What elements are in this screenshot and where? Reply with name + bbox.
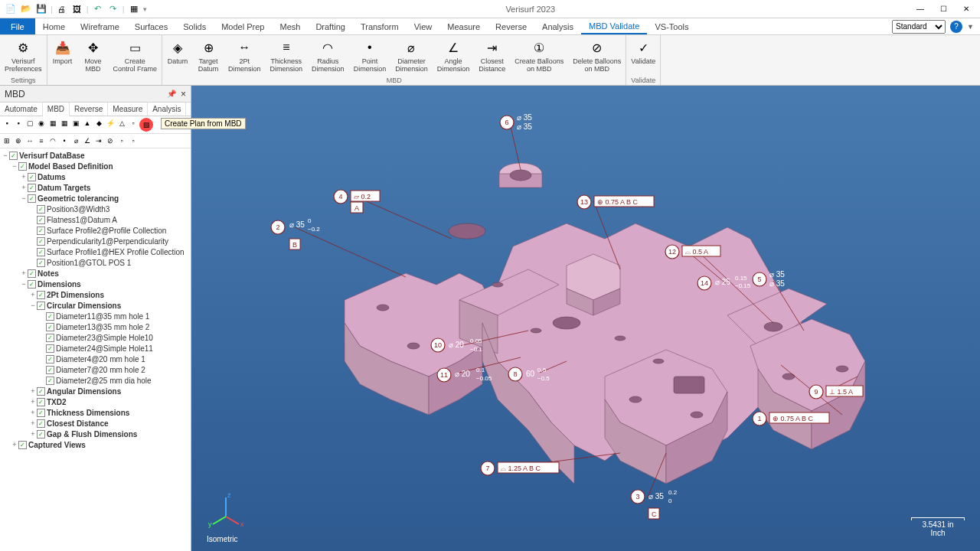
tree-node[interactable]: ✓Position3@Width3 — [2, 204, 189, 214]
ribbon-btn-angle-dimension[interactable]: ∠AngleDimension — [433, 35, 475, 76]
pin-icon[interactable]: 📌 — [167, 90, 176, 98]
ribbon-tab-transform[interactable]: Transform — [353, 18, 407, 34]
tree-node[interactable]: ✓Diameter2@25 mm dia hole — [2, 375, 189, 386]
ribbon-tab-drafting[interactable]: Drafting — [308, 18, 353, 34]
tree-node[interactable]: −✓Model Based Definition — [2, 161, 189, 171]
tool-icon[interactable]: ⌀ — [70, 135, 81, 146]
tree-node[interactable]: +✓Thickness Dimensions — [2, 407, 189, 418]
tree-node[interactable]: ✓Diameter13@35 mm hole 2 — [2, 321, 189, 332]
redo-icon[interactable]: ↷ — [107, 3, 119, 15]
tree-checkbox[interactable]: ✓ — [37, 398, 45, 406]
ribbon-tab-analysis[interactable]: Analysis — [534, 18, 581, 34]
tree-toggle-icon[interactable]: − — [11, 162, 18, 170]
tree-toggle-icon[interactable]: + — [20, 184, 28, 191]
tree-view[interactable]: −✓Verisurf DataBase−✓Model Based Definit… — [0, 148, 191, 551]
tree-toggle-icon[interactable]: − — [20, 280, 28, 288]
tool-icon[interactable]: ↔ — [24, 135, 35, 146]
ribbon-btn-verisurf-preferences[interactable]: ⚙VerisurfPreferences — [0, 35, 47, 76]
tree-checkbox[interactable]: ✓ — [28, 269, 36, 278]
ribbon-tab-mbd-validate[interactable]: MBD Validate — [581, 18, 647, 34]
tool-icon[interactable]: ▦ — [59, 118, 70, 129]
tree-checkbox[interactable]: ✓ — [37, 419, 45, 428]
tree-node[interactable]: −✓Verisurf DataBase — [2, 150, 189, 161]
tree-node[interactable]: +✓Closest Distance — [2, 418, 189, 429]
ribbon-btn-point-dimension[interactable]: •PointDimension — [349, 35, 391, 76]
open-icon[interactable]: 📂 — [20, 3, 32, 15]
panel-tab-analysis[interactable]: Analysis — [148, 103, 186, 116]
tree-checkbox[interactable]: ✓ — [46, 334, 54, 342]
ribbon-tab-view[interactable]: View — [407, 18, 440, 34]
tree-checkbox[interactable]: ✓ — [46, 344, 54, 353]
dropdown-icon[interactable]: ▼ — [967, 23, 974, 31]
tree-checkbox[interactable]: ✓ — [18, 441, 27, 449]
tree-checkbox[interactable]: ✓ — [46, 312, 54, 321]
tree-checkbox[interactable]: ✓ — [9, 152, 18, 160]
tool-icon[interactable]: ⚡ — [105, 118, 116, 129]
close-button[interactable]: ✕ — [956, 2, 977, 17]
tree-toggle-icon[interactable]: + — [11, 441, 18, 448]
tree-checkbox[interactable]: ✓ — [37, 302, 45, 310]
standard-dropdown[interactable]: Standard — [892, 20, 946, 34]
tree-checkbox[interactable]: ✓ — [37, 409, 45, 417]
tree-toggle-icon[interactable]: + — [29, 419, 37, 427]
panel-tab-reverse[interactable]: Reverse — [70, 103, 108, 116]
tree-node[interactable]: ✓Surface Profile1@HEX Profile Collection — [2, 246, 189, 257]
ribbon-tab-measure[interactable]: Measure — [439, 18, 488, 34]
ribbon-btn-2pt-dimension[interactable]: ↔2PtDimension — [224, 35, 266, 76]
panel-tab-mbd[interactable]: MBD — [43, 103, 70, 116]
tree-toggle-icon[interactable]: − — [2, 152, 9, 159]
minimize-button[interactable]: — — [910, 2, 931, 17]
tree-node[interactable]: ✓Perpendicularity1@Perpendicularity — [2, 236, 189, 246]
ribbon-tab-surfaces[interactable]: Surfaces — [127, 18, 175, 34]
panel-tab-measure[interactable]: Measure — [108, 103, 148, 116]
tree-checkbox[interactable]: ✓ — [28, 280, 36, 289]
tool-icon[interactable]: ⇥ — [93, 135, 104, 146]
maximize-button[interactable]: ☐ — [933, 2, 954, 17]
new-icon[interactable]: 📄 — [5, 3, 17, 15]
tool-icon[interactable]: ▫ — [128, 118, 139, 129]
undo-icon[interactable]: ↶ — [92, 3, 104, 15]
ribbon-btn-closest-distance[interactable]: ⇥ClosestDistance — [474, 35, 510, 76]
tree-toggle-icon[interactable]: + — [29, 430, 37, 438]
ribbon-btn-validate[interactable]: ✓Validate — [626, 35, 660, 76]
tree-checkbox[interactable]: ✓ — [37, 237, 45, 246]
tree-checkbox[interactable]: ✓ — [37, 430, 45, 439]
tree-toggle-icon[interactable]: + — [29, 387, 37, 395]
toggle-icon[interactable]: ▦ — [128, 3, 140, 15]
tree-node[interactable]: ✓Diameter4@20 mm hole 1 — [2, 354, 189, 364]
ribbon-tab-solids[interactable]: Solids — [175, 18, 214, 34]
tree-checkbox[interactable]: ✓ — [46, 355, 54, 364]
tree-toggle-icon[interactable]: + — [29, 398, 37, 406]
ribbon-tab-model-prep[interactable]: Model Prep — [214, 18, 272, 34]
tree-toggle-icon[interactable]: + — [29, 291, 37, 298]
tool-icon[interactable]: ▣ — [70, 118, 81, 129]
ribbon-tab-mesh[interactable]: Mesh — [272, 18, 308, 34]
tree-toggle-icon[interactable]: + — [29, 409, 37, 416]
tree-checkbox[interactable]: ✓ — [28, 184, 36, 192]
tool-icon[interactable]: ▫ — [116, 135, 127, 146]
tool-icon[interactable]: ⊕ — [13, 135, 24, 146]
ribbon-btn-create-balloons-on-mbd[interactable]: ①Create Balloonson MBD — [510, 35, 568, 76]
tree-checkbox[interactable]: ✓ — [46, 377, 54, 385]
tree-node[interactable]: ✓Diameter24@Simple Hole11 — [2, 343, 189, 354]
tool-icon[interactable]: ▫ — [128, 135, 139, 146]
tree-node[interactable]: +✓Gap & Flush Dimensions — [2, 429, 189, 439]
tool-icon[interactable]: ▪ — [2, 118, 12, 129]
tool-icon[interactable]: ◆ — [93, 118, 104, 129]
tool-icon[interactable]: ∠ — [82, 135, 93, 146]
ribbon-tab-wireframe[interactable]: Wireframe — [73, 18, 127, 34]
tree-checkbox[interactable]: ✓ — [46, 366, 54, 374]
tree-checkbox[interactable]: ✓ — [18, 162, 27, 171]
tree-node[interactable]: ✓Position1@GTOL POS 1 — [2, 257, 189, 268]
file-tab[interactable]: File — [0, 18, 35, 34]
ribbon-btn-radius-dimension[interactable]: ◠RadiusDimension — [307, 35, 349, 76]
ribbon-btn-diameter-dimension[interactable]: ⌀DiameterDimension — [390, 35, 433, 76]
ribbon-btn-move-mbd[interactable]: ✥MoveMBD — [78, 35, 109, 83]
panel-tab-automate[interactable]: Automate — [0, 103, 43, 116]
create-plan-from-mbd-button[interactable]: ▧ — [139, 118, 153, 132]
tree-toggle-icon[interactable]: + — [20, 269, 28, 277]
viewport-3d[interactable]: 6 ⌀ 35 ⌀ 35 4 ▱ 0.2 A 2 ⌀ 35 0 −0.2 B 13… — [191, 86, 980, 551]
tool-icon[interactable]: ⊘ — [105, 135, 116, 146]
tree-node[interactable]: −✓Circular Dimensions — [2, 300, 189, 311]
tool-icon[interactable]: ≡ — [36, 135, 47, 146]
